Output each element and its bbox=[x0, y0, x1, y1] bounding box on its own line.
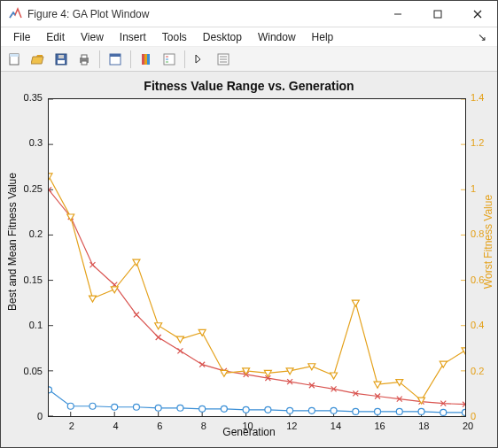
x-tick: 6 bbox=[151, 421, 168, 431]
y-tick-right: 0.2 bbox=[471, 366, 484, 376]
svg-point-54 bbox=[112, 404, 118, 410]
svg-rect-16 bbox=[147, 54, 150, 65]
svg-rect-7 bbox=[58, 60, 65, 64]
data-cursor-button[interactable] bbox=[105, 49, 126, 70]
toolbar bbox=[1, 47, 497, 72]
y-tick-right: 1 bbox=[471, 183, 476, 194]
y-tick-left: 0.2 bbox=[29, 228, 43, 239]
svg-point-56 bbox=[155, 405, 161, 411]
matlab-logo-icon bbox=[8, 7, 22, 21]
svg-rect-8 bbox=[58, 55, 64, 58]
dock-icon[interactable]: ↘ bbox=[478, 31, 492, 43]
menu-window[interactable]: Window bbox=[251, 29, 303, 45]
x-tick: 2 bbox=[63, 421, 81, 431]
menu-file[interactable]: File bbox=[6, 29, 37, 45]
close-button[interactable] bbox=[457, 1, 497, 27]
x-tick: 18 bbox=[415, 421, 432, 431]
menu-bar: File Edit View Insert Tools Desktop Wind… bbox=[1, 27, 497, 47]
svg-point-69 bbox=[440, 409, 447, 415]
minimize-button[interactable] bbox=[377, 1, 417, 27]
x-tick: 10 bbox=[239, 421, 257, 431]
svg-rect-14 bbox=[142, 54, 144, 65]
menu-desktop[interactable]: Desktop bbox=[196, 29, 249, 45]
svg-point-62 bbox=[287, 407, 293, 413]
y-tick-left: 0.25 bbox=[24, 183, 43, 194]
y-tick-left: 0.1 bbox=[29, 320, 43, 330]
toolbar-separator bbox=[99, 50, 100, 68]
menu-help[interactable]: Help bbox=[305, 29, 341, 45]
open-property-inspector-button[interactable] bbox=[213, 49, 234, 70]
y-tick-right: 0.8 bbox=[471, 228, 484, 239]
toolbar-separator bbox=[130, 50, 131, 68]
svg-rect-1 bbox=[434, 11, 441, 18]
y-tick-left: 0.05 bbox=[24, 366, 43, 376]
svg-point-51 bbox=[49, 387, 51, 393]
svg-point-64 bbox=[331, 407, 337, 413]
new-figure-button[interactable] bbox=[4, 49, 26, 70]
svg-point-55 bbox=[133, 404, 139, 410]
x-tick: 14 bbox=[327, 421, 345, 431]
svg-rect-11 bbox=[82, 61, 87, 65]
svg-point-59 bbox=[221, 406, 227, 412]
menu-view[interactable]: View bbox=[74, 29, 111, 45]
svg-point-67 bbox=[396, 408, 402, 414]
edit-plot-button[interactable] bbox=[190, 49, 211, 70]
y-tick-left: 0.35 bbox=[24, 92, 43, 103]
svg-point-53 bbox=[89, 403, 96, 409]
svg-point-57 bbox=[177, 405, 183, 411]
y-tick-right: 0.6 bbox=[471, 274, 484, 285]
x-tick: 16 bbox=[371, 421, 389, 431]
svg-point-68 bbox=[418, 408, 424, 414]
menu-edit[interactable]: Edit bbox=[39, 29, 72, 45]
svg-point-61 bbox=[265, 406, 271, 413]
x-tick: 8 bbox=[195, 421, 213, 431]
y-tick-right: 1.4 bbox=[471, 92, 484, 103]
insert-legend-button[interactable] bbox=[159, 49, 180, 70]
save-button[interactable] bbox=[51, 49, 72, 70]
figure-area: Fitness Value Range vs. Generation Best … bbox=[1, 72, 497, 447]
menu-tools[interactable]: Tools bbox=[155, 29, 194, 45]
insert-colorbar-button[interactable] bbox=[136, 49, 157, 70]
y-tick-right: 0.4 bbox=[471, 320, 484, 330]
y-tick-right: 0 bbox=[471, 411, 476, 421]
svg-point-70 bbox=[463, 409, 465, 415]
svg-point-66 bbox=[375, 408, 381, 414]
open-button[interactable] bbox=[27, 49, 49, 70]
svg-point-65 bbox=[353, 408, 359, 414]
y-tick-left: 0.3 bbox=[29, 137, 43, 148]
y-tick-right: 1.2 bbox=[471, 137, 484, 148]
svg-rect-17 bbox=[164, 54, 175, 65]
window-title: Figure 4: GA Plot Window bbox=[27, 8, 377, 20]
svg-rect-10 bbox=[82, 55, 87, 58]
svg-point-52 bbox=[67, 403, 74, 409]
menu-insert[interactable]: Insert bbox=[113, 29, 153, 45]
window-titlebar: Figure 4: GA Plot Window bbox=[1, 1, 497, 27]
chart-title: Fitness Value Range vs. Generation bbox=[1, 79, 497, 93]
axes[interactable] bbox=[48, 98, 466, 417]
maximize-button[interactable] bbox=[417, 1, 457, 27]
svg-rect-15 bbox=[144, 54, 147, 65]
svg-point-60 bbox=[243, 406, 249, 413]
x-tick: 20 bbox=[459, 421, 477, 431]
y-tick-left: 0.15 bbox=[24, 274, 43, 285]
print-button[interactable] bbox=[74, 49, 95, 70]
x-tick: 4 bbox=[107, 421, 125, 431]
toolbar-separator bbox=[184, 50, 185, 68]
svg-rect-13 bbox=[110, 54, 121, 57]
svg-point-58 bbox=[199, 406, 206, 412]
svg-rect-5 bbox=[10, 54, 19, 57]
svg-point-63 bbox=[308, 407, 315, 413]
y-axis-label-left: Best and Mean Fitness Value bbox=[6, 72, 19, 412]
y-tick-left: 0 bbox=[37, 411, 43, 421]
y-axis-label-right: Worst Fitness Value bbox=[482, 72, 494, 412]
x-tick: 12 bbox=[283, 421, 300, 431]
